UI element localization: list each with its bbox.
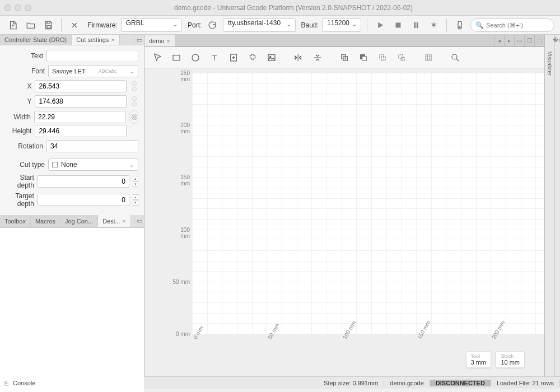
image-tool[interactable]	[263, 49, 280, 66]
dock-icon[interactable]: ⎘	[4, 380, 8, 386]
subtract-button[interactable]	[355, 49, 372, 66]
circle-tool[interactable]	[187, 49, 204, 66]
flip-vertical-button[interactable]	[309, 49, 326, 66]
chevron-down-icon: ⌄	[129, 161, 134, 169]
visualizer-sidebar[interactable]: Visualizer	[544, 35, 554, 376]
window-nav-prev-icon[interactable]: ◂	[494, 35, 504, 46]
baud-select[interactable]: 115200	[322, 18, 361, 32]
tab-macros[interactable]: Macros	[31, 215, 60, 227]
canvas-viewport[interactable]: 250 mm200 mm150 mm100 mm50 mm0 mm 0 mm50…	[144, 68, 544, 376]
cuttype-label: Cut type	[6, 161, 45, 169]
close-tab-icon[interactable]: ×	[167, 38, 170, 44]
run-button[interactable]	[373, 18, 388, 32]
width-input[interactable]	[34, 111, 126, 123]
anchor-dot[interactable]	[132, 81, 137, 86]
svg-rect-14	[362, 56, 367, 60]
text-tool[interactable]	[206, 49, 223, 66]
pendant-button[interactable]	[452, 18, 467, 32]
targetdepth-input[interactable]	[38, 194, 129, 206]
design-canvas[interactable]	[192, 73, 544, 334]
refresh-ports-button[interactable]	[205, 18, 220, 32]
tab-design[interactable]: Desi...×	[98, 215, 131, 227]
dock-handle-icon[interactable]: �σ	[554, 35, 560, 376]
select-tool[interactable]	[149, 49, 166, 66]
port-select[interactable]: tty.usbserial-1430	[223, 18, 295, 32]
svg-rect-16	[381, 56, 386, 60]
text-label: Text	[6, 52, 43, 60]
search-box[interactable]: 🔍 ✕	[470, 18, 554, 32]
connection-status: DISCONNECTED	[430, 380, 491, 386]
anchor-dot[interactable]	[132, 102, 137, 106]
left-tab-row: Controller State (DRO) Cut settings× ▭	[0, 35, 144, 45]
break-apart-button[interactable]	[393, 49, 410, 66]
height-input[interactable]	[35, 125, 127, 137]
anchor-dot[interactable]	[132, 87, 137, 91]
cuttype-select[interactable]: None ⌄	[48, 158, 138, 171]
svg-rect-2	[414, 22, 416, 28]
search-icon: 🔍	[475, 21, 484, 29]
svg-rect-6	[173, 55, 180, 60]
x-label: X	[6, 82, 31, 90]
minimize-window-icon[interactable]	[15, 4, 21, 11]
extension-tool[interactable]	[244, 49, 261, 66]
svg-rect-11	[342, 54, 346, 59]
intersect-button[interactable]	[374, 49, 391, 66]
left-panel: Controller State (DRO) Cut settings× ▭ T…	[0, 35, 144, 376]
save-file-button[interactable]	[41, 18, 56, 32]
tool-info-box: Tool 3 mm	[466, 351, 492, 368]
stop-button[interactable]	[391, 18, 405, 32]
svg-rect-15	[380, 54, 384, 59]
startdepth-spinner[interactable]: ▴▾	[133, 176, 138, 187]
anchor-dot[interactable]	[132, 96, 137, 101]
targetdepth-spinner[interactable]: ▴▾	[133, 194, 138, 206]
text-input[interactable]	[46, 50, 138, 62]
rotation-label: Rotation	[6, 142, 43, 150]
tab-demo[interactable]: demo×	[144, 35, 175, 46]
baud-label: Baud:	[301, 21, 319, 29]
startdepth-input[interactable]	[38, 175, 129, 188]
tab-jog-controller[interactable]: Jog Con...	[60, 215, 98, 227]
link-dimensions-icon[interactable]: ⛓	[129, 110, 138, 124]
zoom-button[interactable]	[447, 49, 464, 66]
search-input[interactable]	[486, 22, 560, 29]
port-label: Port:	[188, 21, 202, 29]
y-label: Y	[6, 97, 31, 105]
stock-info-box: Stock 10 mm	[496, 351, 525, 368]
y-axis-label: 150 mm	[170, 174, 190, 186]
tab-cut-settings[interactable]: Cut settings×	[72, 35, 120, 45]
main-area: demo× ◂ ▸ ▭ ❐ ⬚	[144, 35, 544, 376]
svg-rect-3	[416, 22, 418, 28]
titlebar: demo.gcode - Universal Gcode Platform (V…	[0, 0, 560, 16]
x-input[interactable]	[35, 80, 127, 92]
flip-horizontal-button[interactable]	[290, 49, 307, 66]
console-label[interactable]: Console	[13, 380, 35, 386]
svg-rect-0	[47, 25, 50, 28]
unlock-button[interactable]: ✶	[426, 18, 441, 32]
grid-toggle-button[interactable]	[420, 49, 437, 66]
rectangle-tool[interactable]	[168, 49, 185, 66]
window-restore-icon[interactable]: ❐	[524, 35, 534, 46]
font-select[interactable]: Savoye LET ABCabc ⌄	[48, 65, 138, 77]
import-tool[interactable]	[225, 49, 242, 66]
svg-rect-17	[399, 54, 403, 59]
zoom-window-icon[interactable]	[25, 4, 31, 11]
union-button[interactable]	[336, 49, 353, 66]
window-nav-next-icon[interactable]: ▸	[504, 35, 514, 46]
pause-button[interactable]	[409, 18, 423, 32]
close-tab-icon[interactable]: ×	[111, 36, 114, 43]
bottom-tab-row: Toolbox Macros Jog Con... Desi...× ▭	[0, 215, 144, 227]
open-file-button[interactable]	[24, 18, 38, 32]
rotation-input[interactable]	[46, 140, 138, 152]
panel-menu-icon[interactable]: ▭	[134, 215, 144, 227]
connect-button[interactable]	[67, 18, 82, 32]
tab-toolbox[interactable]: Toolbox	[0, 215, 31, 227]
close-window-icon[interactable]	[4, 4, 11, 11]
y-input[interactable]	[35, 95, 127, 108]
close-tab-icon[interactable]: ×	[122, 218, 125, 225]
tab-controller-state[interactable]: Controller State (DRO)	[0, 35, 72, 45]
firmware-select[interactable]: GRBL	[121, 18, 182, 32]
new-file-button[interactable]	[6, 18, 20, 32]
window-maximize-icon[interactable]: ⬚	[534, 35, 544, 46]
window-minimize-icon[interactable]: ▭	[514, 35, 524, 46]
panel-menu-icon[interactable]: ▭	[134, 35, 144, 45]
